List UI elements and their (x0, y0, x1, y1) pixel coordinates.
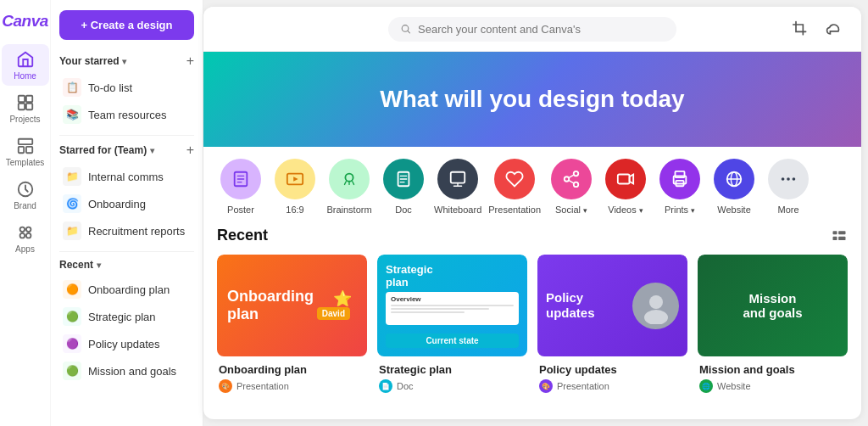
169-icon (275, 159, 315, 199)
policy-avatar: 🎨 (539, 379, 553, 393)
category-website[interactable]: Website (710, 159, 758, 215)
social-label: Social ▾ (555, 205, 587, 215)
svg-rect-22 (618, 175, 630, 184)
sidebar-item-recruitment[interactable]: 📁 Recruitment reports (59, 217, 194, 244)
svg-rect-6 (25, 147, 31, 153)
whiteboard-icon (437, 159, 478, 199)
website-icon (714, 159, 754, 199)
brainstorm-label: Brainstorm (326, 205, 371, 215)
sidebar-item-templates[interactable]: Templates (2, 131, 49, 172)
sidebar-item-onboarding[interactable]: 🌀 Onboarding (59, 190, 194, 217)
poster-label: Poster (227, 205, 254, 215)
todo-icon: 📋 (63, 78, 81, 97)
sidebar-item-todo[interactable]: 📋 To-do list (59, 74, 194, 101)
hero-title: What will you design today (380, 86, 684, 113)
svg-rect-4 (18, 139, 32, 144)
recent-cards-grid: Onboardingplan ⭐ David Onboarding plan 🎨… (217, 255, 848, 393)
mission-goals-icon: 🟢 (63, 362, 81, 380)
svg-point-10 (19, 233, 24, 238)
category-social[interactable]: Social ▾ (548, 159, 595, 215)
strategic-card-meta: 📄 Doc (379, 379, 526, 393)
svg-point-20 (565, 177, 570, 182)
strategic-thumb: Strategicplan Overview Current state (377, 255, 527, 356)
svg-point-9 (25, 227, 30, 233)
create-design-button[interactable]: + Create a design (59, 10, 194, 40)
category-more[interactable]: More (765, 159, 812, 215)
sidebar-item-projects[interactable]: Projects (2, 87, 49, 129)
sidebar-item-team-resources[interactable]: 📚 Team resources (59, 101, 194, 128)
svg-rect-3 (25, 104, 31, 109)
svg-marker-15 (293, 177, 298, 182)
starred-for-add-button[interactable]: + (186, 143, 194, 158)
doc-label: Doc (395, 205, 412, 215)
starred-section-header: Your starred ▾ + (59, 53, 194, 69)
sidebar-item-mission-goals[interactable]: 🟢 Mission and goals (59, 357, 194, 384)
category-doc[interactable]: Doc (380, 159, 427, 215)
svg-point-21 (574, 182, 579, 188)
starred-for-section-header: Starred for (Team) ▾ + (59, 143, 194, 158)
recent-chevron: ▾ (97, 261, 101, 270)
sidebar-item-onboarding-plan[interactable]: 🟠 Onboarding plan (59, 276, 194, 303)
category-poster[interactable]: Poster (217, 159, 264, 215)
crop-icon-button[interactable] (787, 15, 814, 42)
svg-point-11 (25, 233, 30, 238)
recent-section-header: Recent ▾ (59, 259, 194, 271)
sidebar-item-strategic-plan[interactable]: 🟢 Strategic plan (59, 303, 194, 330)
starred-for-title: Starred for (Team) ▾ (59, 144, 154, 156)
recent-section-title: Recent ▾ (59, 259, 101, 271)
svg-point-36 (644, 310, 668, 324)
onboarding-icon: 🌀 (63, 194, 81, 213)
card-strategic-plan[interactable]: Strategicplan Overview Current state Str… (377, 255, 527, 393)
onboarding-thumb: Onboardingplan ⭐ David (217, 255, 367, 356)
category-prints[interactable]: Prints ▾ (656, 159, 704, 215)
svg-rect-31 (833, 231, 837, 234)
sidebar-item-apps[interactable]: Apps (2, 217, 49, 259)
cloud-icon (826, 20, 843, 37)
whiteboard-label: Whiteboard (434, 205, 481, 215)
sidebar-item-policy-updates[interactable]: 🟣 Policy updates (59, 330, 194, 357)
policy-updates-icon: 🟣 (63, 334, 81, 353)
crop-icon (792, 20, 809, 37)
sidebar-item-home[interactable]: Home (2, 44, 49, 86)
svg-rect-2 (18, 104, 24, 109)
sidebar-item-brand[interactable]: Brand (2, 174, 49, 216)
category-presentation[interactable]: Presentation (488, 159, 541, 215)
videos-icon (605, 159, 646, 199)
sidebar-item-internal-comms[interactable]: 📁 Internal comms (59, 163, 194, 190)
svg-rect-32 (838, 231, 845, 234)
videos-label: Videos ▾ (608, 205, 643, 215)
mission-card-title: Mission and goals (699, 363, 846, 376)
category-169[interactable]: 16:9 (271, 159, 319, 215)
strategic-avatar: 📄 (379, 379, 392, 393)
onboarding-card-title: Onboarding plan (219, 363, 365, 376)
search-icon (400, 23, 411, 35)
star-badge: ⭐ (333, 289, 352, 308)
brand-icon (15, 179, 36, 199)
poster-icon (220, 159, 261, 199)
view-toggle-button[interactable] (831, 227, 848, 244)
more-label: More (778, 205, 799, 215)
mission-avatar: 🌐 (699, 379, 713, 393)
policy-card-meta: 🎨 Presentation (539, 379, 686, 393)
prints-label: Prints ▾ (665, 205, 695, 215)
card-mission-goals[interactable]: Missionand goals Mission and goals 🌐 Web… (698, 255, 848, 393)
recruitment-icon: 📁 (63, 221, 81, 240)
category-videos[interactable]: Videos ▾ (602, 159, 649, 215)
more-icon (768, 159, 809, 199)
category-whiteboard[interactable]: Whiteboard (434, 159, 481, 215)
current-state-button[interactable]: Current state (386, 334, 519, 348)
policy-thumb: Policyupdates (537, 255, 687, 356)
search-bar[interactable] (388, 17, 676, 42)
svg-rect-1 (25, 96, 31, 102)
brainstorm-icon (329, 159, 370, 199)
category-brainstorm[interactable]: Brainstorm (326, 159, 373, 215)
strategic-plan-icon: 🟢 (63, 307, 81, 326)
david-badge: David (317, 307, 350, 320)
card-onboarding-plan[interactable]: Onboardingplan ⭐ David Onboarding plan 🎨… (217, 255, 367, 393)
svg-rect-18 (451, 172, 465, 183)
onboarding-plan-icon: 🟠 (63, 280, 81, 299)
search-input[interactable] (418, 23, 665, 36)
starred-add-button[interactable]: + (186, 53, 194, 69)
card-policy-updates[interactable]: Policyupdates Policy updates 🎨 Presentat… (537, 255, 687, 393)
cloud-icon-button[interactable] (821, 15, 848, 42)
